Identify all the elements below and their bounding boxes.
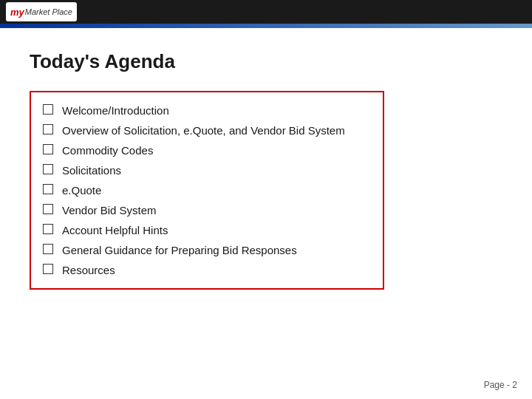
agenda-item-text: Commodity Codes xyxy=(62,143,153,158)
agenda-item: Commodity Codes xyxy=(43,143,368,158)
bullet-icon xyxy=(43,144,53,154)
bullet-icon xyxy=(43,224,53,234)
agenda-item-text: Account Helpful Hints xyxy=(62,222,168,238)
agenda-item: General Guidance for Preparing Bid Respo… xyxy=(43,242,368,258)
logo-area: my Market Place xyxy=(6,2,77,21)
page-title: Today's Agenda xyxy=(30,50,502,73)
bullet-icon xyxy=(43,164,53,174)
agenda-item-text: General Guidance for Preparing Bid Respo… xyxy=(62,242,297,258)
agenda-item-text: Vendor Bid System xyxy=(62,202,157,218)
agenda-item: Overview of Solicitation, e.Quote, and V… xyxy=(43,123,368,138)
agenda-item-text: e.Quote xyxy=(62,183,101,198)
page-number: Page - 2 xyxy=(484,380,517,390)
header-bar: my Market Place xyxy=(0,0,532,24)
bullet-icon xyxy=(43,184,53,194)
bullet-icon xyxy=(43,264,53,274)
bullet-icon xyxy=(43,124,53,134)
agenda-item: Welcome/Introduction xyxy=(43,103,368,118)
agenda-list: Welcome/IntroductionOverview of Solicita… xyxy=(30,91,384,290)
agenda-item: Account Helpful Hints xyxy=(43,222,368,238)
bullet-icon xyxy=(43,204,53,214)
agenda-item: Vendor Bid System xyxy=(43,202,368,218)
agenda-item: e.Quote xyxy=(43,183,368,198)
bullet-icon xyxy=(43,104,53,115)
agenda-item-text: Solicitations xyxy=(62,163,121,178)
bullet-icon xyxy=(43,244,53,254)
agenda-item: Solicitations xyxy=(43,163,368,178)
agenda-item-text: Resources xyxy=(62,262,115,278)
main-content: Today's Agenda Welcome/IntroductionOverv… xyxy=(0,28,532,304)
logo-sub: Market Place xyxy=(25,7,72,16)
agenda-item-text: Welcome/Introduction xyxy=(62,103,169,118)
logo-text: my xyxy=(10,7,24,18)
agenda-item-text: Overview of Solicitation, e.Quote, and V… xyxy=(62,123,345,138)
agenda-item: Resources xyxy=(43,262,368,278)
